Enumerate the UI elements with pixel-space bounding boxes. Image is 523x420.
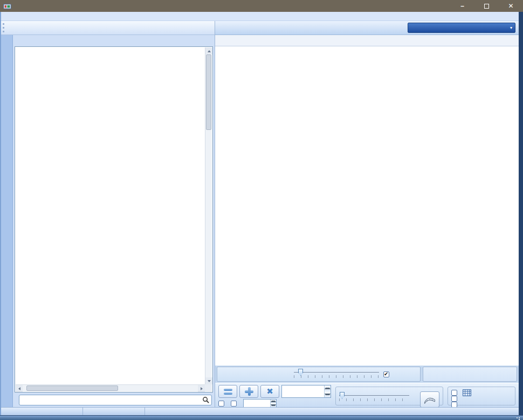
apply-smoothing-button[interactable] <box>420 391 439 407</box>
multiply-icon <box>266 387 273 396</box>
checkbox-swap-axes[interactable] <box>451 402 459 407</box>
status-extra <box>145 408 519 415</box>
checkbox-edit-neighbors[interactable] <box>451 390 459 396</box>
chart-top-bar <box>215 21 519 35</box>
smoothing-slider[interactable] <box>339 392 409 403</box>
app-icon <box>3 2 11 10</box>
plus-icon <box>245 387 253 396</box>
value-spinner <box>324 385 331 397</box>
spin-up-icon[interactable] <box>271 400 276 403</box>
checkbox-relative[interactable] <box>231 401 239 407</box>
relative-spinner <box>270 400 276 407</box>
value-spinbox <box>281 385 331 398</box>
search-box <box>19 395 212 405</box>
window-frame-bottom <box>0 415 523 420</box>
chevron-down-icon <box>510 25 512 30</box>
menu-bar <box>1 12 519 21</box>
search-icon[interactable] <box>202 396 209 403</box>
spin-down-icon[interactable] <box>325 391 331 397</box>
equals-icon <box>224 389 232 395</box>
checkbox-follow-mouse[interactable] <box>451 396 459 402</box>
edit-by-matrix-button[interactable] <box>408 23 515 33</box>
checkbox-percent[interactable] <box>218 401 226 407</box>
surface-chart[interactable] <box>215 46 519 366</box>
status-project <box>83 408 145 415</box>
scroll-left-icon[interactable] <box>16 385 23 392</box>
tree-container <box>15 46 213 393</box>
title-bar <box>0 0 523 12</box>
multiply-value-button[interactable] <box>260 385 279 398</box>
value-input[interactable] <box>282 385 324 397</box>
search-row <box>15 393 213 407</box>
ratio-row <box>215 366 519 383</box>
close-button[interactable] <box>499 0 523 12</box>
toolbar <box>1 21 215 35</box>
vscroll-thumb[interactable] <box>206 54 211 130</box>
resize-grip[interactable] <box>516 417 521 420</box>
calibration-tree <box>16 47 205 384</box>
tree-vertical-scrollbar[interactable] <box>205 47 212 384</box>
set-equal-button[interactable] <box>218 385 237 398</box>
checkbox-3d[interactable] <box>383 371 391 377</box>
ratio-panel <box>217 367 421 382</box>
minimize-button[interactable] <box>450 0 474 12</box>
view-tab-strip <box>215 35 519 46</box>
scroll-up-icon[interactable] <box>205 47 212 54</box>
search-input[interactable] <box>22 397 202 403</box>
hscroll-thumb[interactable] <box>26 385 118 391</box>
tree-horizontal-scrollbar[interactable] <box>16 384 205 391</box>
tree-tab-strip <box>15 36 213 46</box>
ratio-slider[interactable] <box>294 369 379 380</box>
app-window <box>0 0 523 420</box>
smoothing-group <box>335 387 443 405</box>
edit-controls-row <box>215 383 519 407</box>
side-tab-strip <box>1 35 13 407</box>
options-group <box>448 387 515 405</box>
add-value-button[interactable] <box>239 385 258 398</box>
spin-down-icon[interactable] <box>271 403 276 407</box>
readout-panel <box>423 367 517 382</box>
relative-input[interactable] <box>244 400 270 407</box>
scroll-down-icon[interactable] <box>205 377 212 384</box>
mesh-surface-icon <box>423 395 436 405</box>
status-bar <box>1 407 519 415</box>
scroll-right-icon[interactable] <box>198 385 205 392</box>
spin-up-icon[interactable] <box>325 385 331 391</box>
maximize-button[interactable] <box>474 0 499 12</box>
relative-spinbox <box>243 399 277 407</box>
status-ecu <box>1 408 83 415</box>
calibration-panel <box>13 35 215 407</box>
checkbox-3d-box[interactable] <box>383 371 389 377</box>
scrollbar-corner <box>205 384 212 391</box>
